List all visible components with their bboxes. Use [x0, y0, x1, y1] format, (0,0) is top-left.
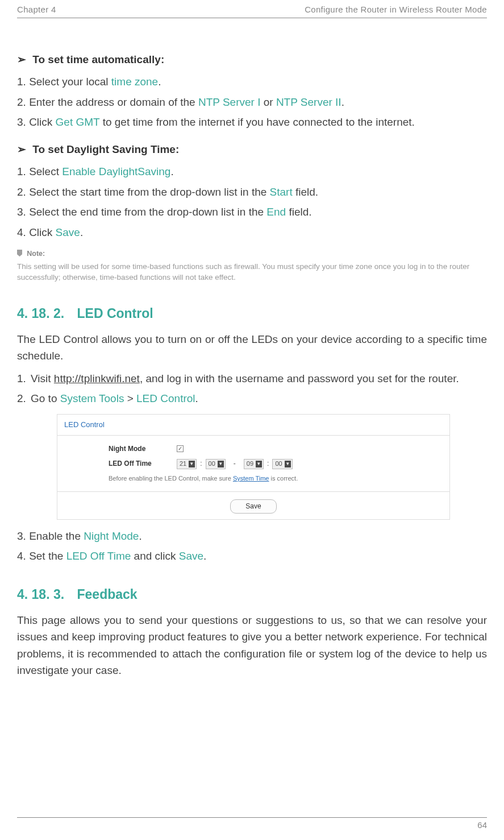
step-number: 3.: [17, 206, 29, 218]
text: Before enabling the LED Control, make su…: [109, 475, 233, 482]
note-flag-icon: [17, 250, 22, 256]
note-text: This setting will be used for some time-…: [17, 262, 487, 283]
colon: :: [200, 458, 202, 469]
list-item: 2. Go to System Tools > LED Control.: [17, 390, 487, 407]
text: Go to: [31, 392, 60, 404]
range-dash: -: [234, 458, 236, 469]
night-mode-row: Night Mode ✓: [109, 444, 441, 454]
led-control-panel: LED Control Night Mode ✓ LED Off Time 21…: [57, 414, 450, 520]
list-item: 2. Enter the address or domain of the NT…: [17, 94, 487, 110]
text: and click: [131, 550, 178, 562]
ui-reference: Start: [270, 186, 293, 198]
text: to get time from the internet if you hav…: [99, 116, 415, 128]
panel-footer: Save: [57, 492, 449, 519]
section-number: 4. 18. 2.: [17, 304, 64, 324]
led-intro: The LED Control allows you to turn on or…: [17, 331, 487, 365]
ui-reference: NTP Server II: [276, 96, 341, 108]
text: .: [170, 165, 173, 177]
section-number: 4. 18. 3.: [17, 585, 64, 605]
feedback-body: This page allows you to send your questi…: [17, 612, 487, 679]
text: .: [158, 76, 161, 88]
subheading-text: To set Daylight Saving Time:: [32, 143, 179, 155]
text: field.: [293, 186, 318, 198]
text: Click: [29, 226, 55, 238]
panel-body: Night Mode ✓ LED Off Time 21 ▾ : 00 ▾ -: [57, 436, 449, 492]
page-header: Chapter 4 Configure the Router in Wirele…: [17, 0, 487, 18]
subheading-text: To set time automatically:: [32, 53, 164, 65]
text: Click: [29, 116, 55, 128]
step-number: 4.: [17, 550, 29, 562]
ui-reference: Night Mode: [84, 530, 139, 542]
arrow-icon: ➢: [17, 51, 30, 68]
system-time-link[interactable]: System Time: [233, 475, 269, 482]
text: , and log in with the username and passw…: [140, 373, 459, 384]
led-off-time-label: LED Off Time: [109, 458, 177, 469]
page-number: 64: [477, 820, 487, 830]
ui-reference: End: [266, 206, 286, 218]
led-off-time-row: LED Off Time 21 ▾ : 00 ▾ - 09 ▾: [109, 458, 441, 469]
select-value: 00: [275, 459, 282, 469]
text: Select: [29, 165, 62, 177]
panel-hint: Before enabling the LED Control, make su…: [109, 474, 441, 483]
text: .: [139, 530, 141, 542]
list-item: 1. Visit http://tplinkwifi.net, and log …: [17, 370, 487, 387]
text: >: [124, 392, 136, 404]
text: .: [341, 96, 344, 108]
arrow-icon: ➢: [17, 141, 30, 158]
ui-reference: Save: [179, 550, 203, 562]
section-title: Feedback: [77, 587, 138, 602]
step-number: 2.: [17, 96, 29, 108]
ui-reference: time zone: [111, 76, 158, 88]
text: .: [203, 550, 206, 562]
chevron-down-icon: ▾: [256, 461, 262, 467]
step-number: 2.: [17, 390, 31, 407]
step-number: 1.: [17, 165, 29, 177]
dst-steps: 1. Select Enable DaylightSaving. 2. Sele…: [17, 163, 487, 241]
to-min-select[interactable]: 00 ▾: [272, 459, 292, 469]
tplinkwifi-link[interactable]: http://tplinkwifi.net: [54, 373, 140, 384]
night-mode-label: Night Mode: [109, 444, 177, 454]
section-heading-led-control: 4. 18. 2. LED Control: [17, 304, 487, 324]
subheading-dst: ➢ To set Daylight Saving Time:: [17, 141, 487, 158]
panel-header: LED Control: [57, 415, 449, 436]
from-hour-select[interactable]: 21 ▾: [177, 459, 197, 469]
text: Select the end time from the drop-down l…: [29, 206, 266, 218]
list-item: 3. Select the end time from the drop-dow…: [17, 204, 487, 220]
list-item: 1. Select Enable DaylightSaving.: [17, 163, 487, 180]
ui-reference: Save: [56, 226, 80, 238]
ui-reference: System Tools: [60, 392, 124, 404]
text: Visit: [31, 373, 54, 384]
from-min-select[interactable]: 00 ▾: [206, 459, 226, 469]
subheading-auto-time: ➢ To set time automatically:: [17, 51, 487, 68]
step-number: 1.: [17, 76, 29, 88]
section-title: LED Control: [77, 306, 153, 321]
page-title: Configure the Router in Wireless Router …: [305, 5, 487, 14]
text: .: [195, 392, 198, 404]
ui-reference: NTP Server I: [198, 96, 260, 108]
ui-reference: LED Off Time: [66, 550, 131, 562]
section-heading-feedback: 4. 18. 3. Feedback: [17, 585, 487, 605]
save-button[interactable]: Save: [230, 499, 276, 514]
list-item: 4. Click Save.: [17, 224, 487, 241]
page-content: ➢ To set time automatically: 1. Select y…: [17, 18, 487, 679]
chapter-label: Chapter 4: [17, 5, 56, 14]
text: .: [80, 226, 83, 238]
ui-reference: Get GMT: [56, 116, 100, 128]
page-footer: 64: [17, 817, 487, 830]
auto-time-steps: 1. Select your local time zone. 2. Enter…: [17, 73, 487, 130]
chevron-down-icon: ▾: [189, 461, 195, 467]
list-item: 3. Click Get GMT to get time from the in…: [17, 114, 487, 130]
led-steps-first: 1. Visit http://tplinkwifi.net, and log …: [17, 370, 487, 407]
led-steps-second: 3. Enable the Night Mode. 4. Set the LED…: [17, 528, 487, 565]
to-hour-select[interactable]: 09 ▾: [244, 459, 264, 469]
select-value: 00: [209, 459, 215, 469]
text: or: [260, 96, 276, 108]
step-number: 3.: [17, 530, 29, 542]
list-item: 3. Enable the Night Mode.: [17, 528, 487, 544]
step-number: 4.: [17, 226, 29, 238]
ui-reference: Enable DaylightSaving: [62, 165, 170, 177]
night-mode-checkbox[interactable]: ✓: [177, 445, 184, 452]
select-value: 21: [180, 459, 186, 469]
text: Enable the: [29, 530, 84, 542]
text: Select your local: [29, 76, 111, 88]
